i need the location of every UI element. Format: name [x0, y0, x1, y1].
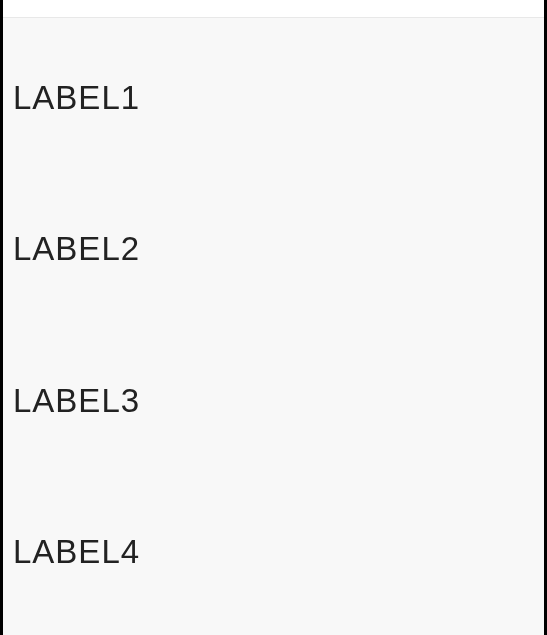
top-strip: [3, 0, 544, 18]
labels-container: LABEL1 LABEL2 LABEL3 LABEL4: [3, 18, 544, 570]
label-1: LABEL1: [13, 80, 544, 116]
label-3: LABEL3: [13, 383, 544, 419]
label-4: LABEL4: [13, 534, 544, 570]
label-2: LABEL2: [13, 231, 544, 267]
